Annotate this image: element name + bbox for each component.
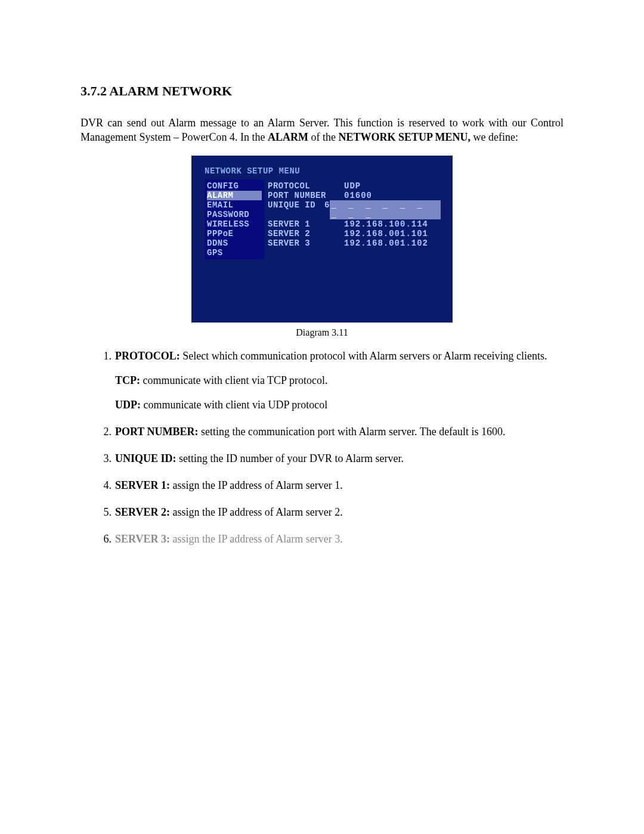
definition-label: SERVER 3: <box>115 533 170 545</box>
definition-text: assign the IP address of Alarm server 1. <box>170 479 343 491</box>
definition-text: assign the IP address of Alarm server 3. <box>170 533 343 545</box>
dvr-row-key: SERVER 2 <box>268 229 344 238</box>
definition-sub-label: UDP: <box>115 399 141 411</box>
definition-item: SERVER 2: assign the IP address of Alarm… <box>115 506 564 519</box>
definition-sub-label: TCP: <box>115 374 140 386</box>
definition-list: PROTOCOL: Select which communication pro… <box>80 350 564 545</box>
dvr-row-value-input: _ _ _ _ _ _ _ _ _ <box>330 200 441 219</box>
definition-label: SERVER 1: <box>115 479 170 491</box>
definition-label: SERVER 2: <box>115 506 170 518</box>
dvr-sidebar-item-alarm: ALARM <box>207 191 262 200</box>
intro-text-2: of the <box>308 131 338 143</box>
definition-item: SERVER 1: assign the IP address of Alarm… <box>115 479 564 492</box>
intro-paragraph: DVR can send out Alarm message to an Ala… <box>80 116 564 145</box>
definition-item: PROTOCOL: Select which communication pro… <box>115 350 564 411</box>
definition-label: PROTOCOL: <box>115 350 180 362</box>
dvr-row-value: 192.168.100.114 <box>344 219 428 229</box>
definition-item: PORT NUMBER: setting the communication p… <box>115 426 564 438</box>
dvr-row-value: 6 <box>324 200 330 219</box>
intro-bold-alarm: ALARM <box>268 131 308 143</box>
dvr-row-key: SERVER 1 <box>268 219 344 229</box>
dvr-row-value: 01600 <box>344 191 372 200</box>
dvr-row: PROTOCOLUDP <box>268 181 441 191</box>
definition-label: UNIQUE ID: <box>115 452 177 464</box>
dvr-main-panel: PROTOCOLUDPPORT NUMBER01600UNIQUE ID6_ _… <box>264 179 441 260</box>
dvr-title: NETWORK SETUP MENU <box>205 166 441 176</box>
dvr-row: SERVER 2192.168.001.101 <box>268 229 441 238</box>
dvr-row-key: PORT NUMBER <box>268 191 344 200</box>
dvr-body: CONFIGALARMEMAILPASSWORDWIRELESSPPPoEDDN… <box>205 179 441 260</box>
dvr-sidebar-item-config: CONFIG <box>207 181 262 191</box>
dvr-screen: NETWORK SETUP MENU CONFIGALARMEMAILPASSW… <box>191 156 453 323</box>
definition-item: UNIQUE ID: setting the ID number of your… <box>115 452 564 465</box>
dvr-row-key: UNIQUE ID <box>268 200 324 219</box>
diagram-caption: Diagram 3.11 <box>80 327 564 338</box>
dvr-row: SERVER 3192.168.001.102 <box>268 238 441 248</box>
dvr-sidebar-item-pppoe: PPPoE <box>207 229 262 238</box>
dvr-sidebar-item-wireless: WIRELESS <box>207 219 262 229</box>
dvr-sidebar: CONFIGALARMEMAILPASSWORDWIRELESSPPPoEDDN… <box>205 179 264 260</box>
intro-bold-menu: NETWORK SETUP MENU, <box>338 131 470 143</box>
document-page: 3.7.2 ALARM NETWORK DVR can send out Ala… <box>0 0 644 545</box>
definition-sub-text: communicate with client via UDP protocol <box>141 399 327 411</box>
dvr-row-value: UDP <box>344 181 361 191</box>
dvr-sidebar-item-password: PASSWORD <box>207 210 262 219</box>
dvr-sidebar-item-email: EMAIL <box>207 200 262 210</box>
dvr-row: UNIQUE ID6_ _ _ _ _ _ _ _ _ <box>268 200 441 219</box>
dvr-row-key: PROTOCOL <box>268 181 344 191</box>
intro-text-3: we define: <box>470 131 518 143</box>
definition-sub: TCP: communicate with client via TCP pro… <box>115 374 564 387</box>
dvr-row-value: 192.168.001.101 <box>344 229 428 238</box>
dvr-sidebar-item-ddns: DDNS <box>207 238 262 248</box>
definition-text: assign the IP address of Alarm server 2. <box>170 506 343 518</box>
dvr-row-key: SERVER 3 <box>268 238 344 248</box>
definition-sub-text: communicate with client via TCP protocol… <box>140 374 327 386</box>
dvr-row: PORT NUMBER01600 <box>268 191 441 200</box>
dvr-sidebar-item-gps: GPS <box>207 248 262 258</box>
dvr-row-value: 192.168.001.102 <box>344 238 428 248</box>
definition-text: setting the communication port with Alar… <box>199 426 506 438</box>
definition-text: setting the ID number of your DVR to Ala… <box>177 452 404 464</box>
definition-sub: UDP: communicate with client via UDP pro… <box>115 399 564 411</box>
section-heading: 3.7.2 ALARM NETWORK <box>80 83 564 99</box>
dvr-row: SERVER 1192.168.100.114 <box>268 219 441 229</box>
definition-label: PORT NUMBER: <box>115 426 199 438</box>
definition-item: SERVER 3: assign the IP address of Alarm… <box>115 533 564 545</box>
screenshot-container: NETWORK SETUP MENU CONFIGALARMEMAILPASSW… <box>80 156 564 323</box>
definition-text: Select which communication protocol with… <box>180 350 547 362</box>
